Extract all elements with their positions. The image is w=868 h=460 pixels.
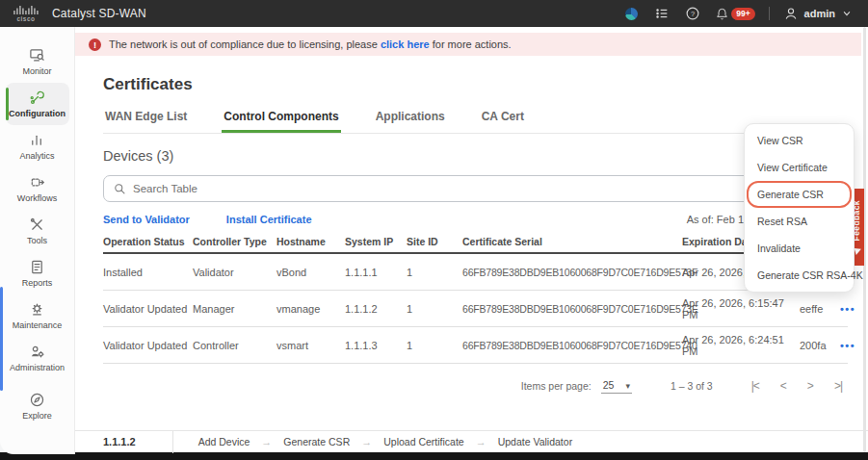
caret-down-icon: ▾: [625, 381, 630, 391]
table-search: [103, 175, 848, 202]
alert-icon: !: [89, 38, 101, 51]
reports-doc-icon: [29, 259, 45, 275]
prev-page-icon[interactable]: <: [780, 379, 786, 393]
send-to-validator-link[interactable]: Send to Validator: [103, 214, 190, 225]
help-icon[interactable]: ?: [684, 5, 701, 22]
license-usage-icon[interactable]: [622, 5, 640, 22]
menu-item-reset-rsa[interactable]: Reset RSA: [745, 208, 854, 235]
workflow-step-add-device: Add Device: [198, 436, 250, 447]
devices-heading: Devices (3): [103, 148, 173, 164]
workflows-icon: [29, 174, 45, 191]
tab-wan-edge-list[interactable]: WAN Edge List: [103, 104, 189, 133]
col-certificate-serial: Certificate Serial: [462, 236, 682, 247]
chevron-down-icon: [841, 8, 853, 19]
tools-cross-icon: [29, 217, 45, 233]
sidebar-item-configuration[interactable]: Configuration: [6, 83, 69, 125]
workflow-progress-bar: 1.1.1.2 Add Device → Generate CSR → Uplo…: [75, 430, 868, 452]
topbar-divider: [769, 7, 770, 20]
search-input[interactable]: [133, 183, 711, 194]
col-hostname: Hostname: [276, 236, 345, 247]
app-title: Catalyst SD-WAN: [52, 7, 146, 20]
table-pagination: Items per page: 25 ▾ 1 – 3 of 3 |< < > >…: [103, 373, 848, 398]
sidebar-item-explore[interactable]: Explore: [6, 385, 69, 427]
workflow-steps: Add Device → Generate CSR → Upload Certi…: [173, 436, 572, 447]
topbar-actions: ? 99+ admin: [622, 5, 868, 22]
left-nav-sidebar: Monitor Configuration Analytics Workflow…: [0, 27, 75, 454]
tab-applications[interactable]: Applications: [374, 104, 447, 133]
notification-badge: 99+: [731, 8, 754, 20]
certificates-tabs: WAN Edge List Control Components Applica…: [103, 104, 855, 134]
workflow-step-generate-csr: Generate CSR: [283, 436, 350, 447]
banner-message: The network is out of compliance due to …: [109, 38, 512, 50]
compliance-banner: ! The network is out of compliance due t…: [75, 33, 861, 56]
username-label: admin: [804, 8, 835, 19]
task-list-icon[interactable]: [653, 5, 671, 22]
sidebar-item-administration[interactable]: Administration: [6, 337, 69, 379]
pagination-range: 1 – 3 of 3: [671, 380, 713, 392]
admin-user-gear-icon: [29, 344, 45, 360]
monitor-search-icon: [29, 47, 45, 64]
notifications-button[interactable]: 99+: [715, 7, 754, 21]
maintenance-gear-icon: [29, 301, 45, 318]
table-actions-row: Send to Validator Install Certificate As…: [103, 210, 848, 229]
arrow-right-icon: →: [261, 436, 272, 447]
menu-item-invalidate[interactable]: Invalidate: [745, 235, 854, 262]
table-row: Validator Updated Manager vmanage 1.1.1.…: [103, 291, 848, 327]
sidebar-item-monitor[interactable]: Monitor: [6, 40, 69, 83]
arrow-right-icon: →: [476, 436, 487, 447]
arrow-right-icon: →: [361, 436, 372, 447]
user-menu[interactable]: admin: [783, 6, 853, 21]
cisco-bars-icon: [13, 6, 39, 14]
row-context-menu: View CSR View Certificate Generate CSR R…: [744, 123, 855, 293]
menu-item-generate-csr[interactable]: Generate CSR: [747, 181, 852, 208]
workflow-device-ip: 1.1.1.2: [75, 436, 172, 447]
col-system-ip: System IP: [345, 236, 407, 247]
cisco-wordmark: cisco: [16, 15, 35, 22]
col-operation-status: Operation Status: [103, 236, 193, 247]
table-row: Installed Validator vBond 1.1.1.1 1 66FB…: [103, 254, 848, 291]
items-per-page-select[interactable]: 25 ▾: [601, 379, 632, 394]
col-controller-type: Controller Type: [193, 236, 276, 247]
svg-text:?: ?: [691, 10, 695, 18]
analytics-bars-icon: [29, 132, 45, 148]
cisco-logo: cisco: [12, 6, 40, 22]
tab-ca-cert[interactable]: CA Cert: [480, 104, 526, 133]
install-certificate-link[interactable]: Install Certificate: [226, 214, 312, 225]
table-row: Validator Updated Controller vsmart 1.1.…: [103, 327, 848, 364]
sidebar-item-workflows[interactable]: Workflows: [6, 167, 69, 210]
window-bottom-edge: [0, 452, 868, 460]
click-here-link[interactable]: click here: [381, 38, 430, 50]
config-tools-icon: [29, 89, 45, 106]
workflow-step-upload-certificate: Upload Certificate: [383, 436, 463, 447]
table-header-row: Operation Status Controller Type Hostnam…: [103, 231, 848, 254]
workflow-step-update-validator: Update Validator: [498, 436, 572, 447]
tab-control-components[interactable]: Control Components: [222, 104, 340, 133]
menu-item-view-csr[interactable]: View CSR: [745, 127, 854, 154]
sidebar-scrollbar[interactable]: [0, 287, 3, 391]
menu-item-generate-csr-rsa-4k[interactable]: Generate CSR RSA-4K: [745, 262, 854, 289]
sidebar-item-tools[interactable]: Tools: [6, 210, 69, 252]
table-body: Installed Validator vBond 1.1.1.1 1 66FB…: [103, 254, 848, 364]
user-icon: [783, 6, 799, 21]
row-actions-button[interactable]: •••: [840, 303, 859, 315]
search-icon: [114, 183, 126, 195]
top-bar: cisco Catalyst SD-WAN ? 99+: [0, 0, 868, 27]
explore-compass-icon: [29, 392, 45, 408]
bell-icon: [715, 7, 729, 21]
items-per-page-label: Items per page:: [521, 380, 592, 392]
sidebar-item-analytics[interactable]: Analytics: [6, 125, 69, 167]
next-page-icon[interactable]: >: [807, 379, 813, 393]
row-actions-button[interactable]: •••: [840, 340, 859, 351]
menu-item-view-certificate[interactable]: View Certificate: [745, 154, 854, 181]
sidebar-item-reports[interactable]: Reports: [6, 252, 69, 294]
page-title: Certificates: [103, 75, 193, 94]
last-page-icon[interactable]: >|: [834, 379, 842, 393]
col-site-id: Site ID: [407, 236, 462, 247]
first-page-icon[interactable]: |<: [751, 379, 759, 393]
sidebar-item-maintenance[interactable]: Maintenance: [6, 294, 69, 337]
